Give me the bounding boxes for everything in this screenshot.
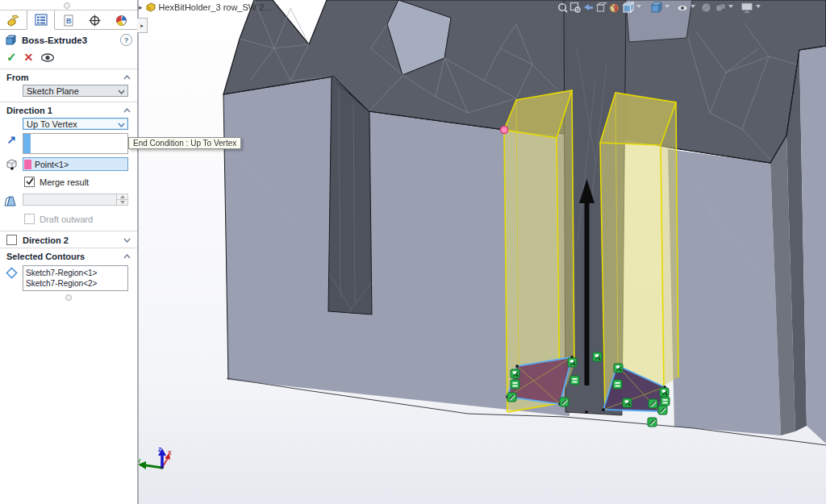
apply-scene-caret[interactable] xyxy=(728,5,733,8)
manager-tabs: B xyxy=(0,10,137,30)
zoom-to-area-icon[interactable] xyxy=(569,2,582,15)
section-direction1-header[interactable]: Direction 1 xyxy=(0,102,137,118)
vertex-icon xyxy=(5,158,19,171)
chevron-up-icon xyxy=(123,108,131,113)
panel-splitter[interactable] xyxy=(0,0,137,10)
vertex-reference-row: Point<1> xyxy=(0,157,137,171)
from-label: From xyxy=(6,73,123,82)
preview-prism-right xyxy=(600,93,678,409)
previous-view-icon[interactable] xyxy=(582,2,594,15)
feature-title: Boss-Extrude3 xyxy=(22,35,116,45)
edit-appearance-icon[interactable] xyxy=(700,2,712,15)
triad-x-label: X xyxy=(168,450,172,456)
draft-outward-row: Draft outward xyxy=(24,214,137,224)
start-condition-value: Sketch Plane xyxy=(27,86,79,96)
display-style-caret[interactable] xyxy=(665,5,670,8)
draft-outward-label: Draft outward xyxy=(40,215,93,224)
preview-eye-icon[interactable] xyxy=(40,52,55,63)
draft-angle-down-button[interactable] xyxy=(117,199,127,205)
hide-show-items-caret[interactable] xyxy=(690,5,695,8)
breadcrumb[interactable]: ▸ HexBitHolder_3 row_SW 2... xyxy=(139,2,272,12)
vertex-reference-value: Point<1> xyxy=(35,160,69,169)
panel-flyout-tab[interactable]: ▸ xyxy=(137,18,148,33)
reverse-direction-icon[interactable]: ↗ xyxy=(6,134,16,145)
display-style-icon[interactable] xyxy=(650,2,663,15)
view-orientation-caret[interactable] xyxy=(636,5,641,8)
view-settings-icon[interactable] xyxy=(740,2,754,15)
svg-text:B: B xyxy=(66,17,72,25)
ghost-cube-icon[interactable] xyxy=(595,2,607,15)
vertex-reference-box[interactable]: Point<1> xyxy=(23,157,128,171)
draft-icon xyxy=(4,194,19,208)
triad-z-label: Z xyxy=(158,447,162,452)
merge-result-checkbox[interactable] xyxy=(24,177,35,187)
direction2-checkbox[interactable] xyxy=(6,235,17,245)
section-contours-header[interactable]: Selected Contours xyxy=(0,248,137,264)
feature-title-row: Boss-Extrude3 ? xyxy=(0,30,137,48)
breadcrumb-expander-icon[interactable]: ▸ xyxy=(139,3,143,11)
property-manager-icon xyxy=(35,14,48,26)
ok-button[interactable]: ✓ xyxy=(6,50,17,65)
section-direction2-header[interactable]: Direction 2 xyxy=(0,231,137,248)
pm-actions: ✓ ✕ xyxy=(0,48,137,69)
contour-select-icon xyxy=(5,266,19,280)
hide-show-items-icon[interactable] xyxy=(676,2,689,15)
end-condition-select[interactable]: Up To Vertex xyxy=(23,118,128,130)
direction1-label: Direction 1 xyxy=(6,106,123,115)
cancel-button[interactable]: ✕ xyxy=(24,51,34,64)
draft-outward-checkbox[interactable] xyxy=(24,214,35,224)
tab-display-manager[interactable] xyxy=(108,11,135,29)
end-condition-value: Up To Vertex xyxy=(27,119,77,129)
contour-list-item[interactable]: Sketch7-Region<1> xyxy=(26,268,125,278)
solidworks-window: Z X Y ▸ HexBitHolder_3 row_SW 2... End C… xyxy=(0,0,826,504)
tab-configuration-manager[interactable]: B xyxy=(55,11,81,29)
chevron-up-icon xyxy=(123,75,131,80)
direction2-label: Direction 2 xyxy=(23,235,123,245)
contour-list-item[interactable]: Sketch7-Region<2> xyxy=(26,278,125,289)
property-manager-panel: B Boss-Extrude3 ? ✓ ✕ From Sketch Pl xyxy=(0,0,139,504)
target-vertex-point[interactable] xyxy=(501,127,508,134)
zoom-fit-icon[interactable] xyxy=(557,2,569,15)
view-orientation-icon[interactable] xyxy=(622,2,635,15)
selected-contours-label: Selected Contours xyxy=(6,252,123,261)
chevron-down-icon xyxy=(118,123,125,127)
draft-row xyxy=(0,194,137,208)
view-settings-caret[interactable] xyxy=(756,5,761,8)
tab-dimxpert-manager[interactable] xyxy=(81,11,108,29)
end-condition-tooltip: End Condition : Up To Vertex xyxy=(128,137,241,149)
selection-color-swatch xyxy=(24,160,31,169)
dimxpert-icon xyxy=(89,15,101,27)
contours-row: Sketch7-Region<1> Sketch7-Region<2> xyxy=(0,265,137,291)
panel-resize-grip[interactable] xyxy=(65,294,72,301)
chevron-down-icon xyxy=(123,238,131,243)
direction-reference-row: ↗ xyxy=(0,133,137,154)
selected-contours-list[interactable]: Sketch7-Region<1> Sketch7-Region<2> xyxy=(23,265,128,291)
merge-result-row: Merge result xyxy=(24,177,137,187)
checkmark-icon xyxy=(24,175,35,186)
splitter-grip[interactable] xyxy=(64,2,70,9)
section-view-icon[interactable] xyxy=(608,2,620,15)
display-manager-icon xyxy=(115,15,127,27)
feature-manager-icon xyxy=(6,15,20,27)
start-condition-select[interactable]: Sketch Plane xyxy=(23,85,128,97)
merge-result-label: Merge result xyxy=(40,177,89,187)
draft-angle-input[interactable] xyxy=(23,194,128,206)
apply-scene-icon[interactable] xyxy=(715,2,727,15)
boss-extrude-icon xyxy=(5,34,18,46)
tab-feature-manager[interactable] xyxy=(0,11,27,29)
help-icon[interactable]: ? xyxy=(120,34,132,46)
active-selection-bar xyxy=(23,134,31,153)
tab-property-manager[interactable] xyxy=(27,10,55,30)
direction-reference-box[interactable] xyxy=(23,133,128,154)
configuration-manager-icon: B xyxy=(63,15,74,27)
chevron-up-icon xyxy=(123,254,131,259)
section-from-header[interactable]: From xyxy=(0,69,137,85)
breadcrumb-part-name[interactable]: HexBitHolder_3 row_SW 2... xyxy=(159,2,272,12)
chevron-down-icon xyxy=(118,90,125,94)
part-icon xyxy=(145,2,156,12)
